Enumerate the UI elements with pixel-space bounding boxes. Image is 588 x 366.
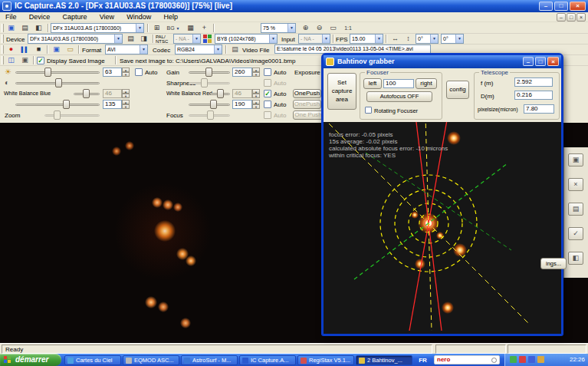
taskbar-task-eqmod[interactable]: EQMOD ASC... — [123, 355, 179, 365]
device-select-combo[interactable]: DFx 31AU03.AS (17800360) ▼ — [28, 34, 123, 44]
rotating-foc-checkbox[interactable] — [365, 107, 372, 114]
tray-icon-yellow[interactable] — [537, 356, 544, 363]
child-close-button[interactable]: × — [577, 13, 586, 21]
brightness-slider[interactable] — [15, 68, 100, 77]
snapshot-icon[interactable]: ▣ — [18, 55, 31, 65]
zoom-actual-icon[interactable]: 1:1 — [340, 23, 356, 33]
focuser-left-button[interactable]: left — [363, 78, 382, 89]
taskbar-task-iccapture[interactable]: IC Capture.A... — [239, 355, 296, 365]
taskbar-task-cartes[interactable]: Cartes du Ciel — [64, 355, 121, 365]
gain-slider[interactable] — [189, 68, 230, 77]
record-icon[interactable]: ● — [5, 45, 18, 54]
side-toolbar-button[interactable]: ▤ — [568, 203, 583, 216]
codec-combo[interactable]: RGB24 ▼ — [175, 45, 222, 54]
hue-slider[interactable] — [15, 100, 100, 110]
spin-down-icon[interactable]: ▼ — [122, 72, 130, 77]
device-properties-icon[interactable]: ▤ — [125, 34, 136, 44]
hue-value[interactable]: 135 — [103, 100, 122, 109]
side-toolbar-button[interactable]: ▣ — [568, 153, 583, 167]
contrast-slider[interactable] — [15, 78, 100, 88]
menu-window[interactable]: Window — [121, 12, 156, 22]
maximize-button[interactable]: □ — [554, 2, 568, 11]
brightness-auto-checkbox[interactable] — [135, 68, 143, 76]
taskbar-task-bahtinov[interactable]: 2 Bahtinov_... — [356, 355, 412, 365]
chevron-down-icon[interactable]: ▼ — [375, 35, 383, 43]
flip-horizontal-icon[interactable]: ↔ — [389, 34, 402, 44]
format-combo[interactable]: AVI ▼ — [105, 45, 148, 54]
zoom-out-icon[interactable]: ⊖ — [313, 23, 326, 33]
taskbar-task-registax[interactable]: RegiStax V5.1... — [297, 355, 354, 365]
folder-icon[interactable]: ▭ — [64, 45, 77, 54]
diameter-field[interactable]: 0.216 — [514, 91, 553, 100]
crosshair-icon[interactable]: + — [198, 23, 211, 33]
chevron-down-icon[interactable]: ▼ — [287, 24, 295, 32]
menu-capture[interactable]: Capture — [57, 12, 93, 22]
saturation-slider[interactable] — [189, 100, 230, 110]
device-settings-icon[interactable]: ◨ — [138, 34, 149, 44]
zoom-combo[interactable]: 75 % ▼ — [261, 23, 296, 33]
tray-icon-blue[interactable] — [528, 356, 535, 363]
menu-help[interactable]: Help — [159, 12, 184, 22]
bahtinov-minimize-button[interactable]: – — [523, 57, 534, 66]
gain-value[interactable]: 260 — [232, 68, 252, 77]
minimize-button[interactable]: – — [539, 2, 553, 11]
flip-vertical-icon[interactable]: ↕ — [402, 34, 415, 44]
histogram-icon[interactable]: ▤ — [18, 23, 31, 33]
menu-device[interactable]: Device — [24, 12, 56, 22]
brightness-spinner[interactable]: ▲▼ — [122, 68, 130, 77]
pause-icon[interactable]: ▌▌ — [18, 45, 31, 54]
device-combo[interactable]: DFx 31AU03.AS (17800360) ▼ — [51, 23, 144, 33]
chevron-down-icon[interactable]: ▼ — [455, 35, 463, 43]
bahtinov-close-button[interactable]: × — [547, 57, 559, 66]
tray-icon-red[interactable] — [519, 356, 526, 363]
wb-red-slider[interactable] — [210, 89, 230, 99]
side-toolbar-button[interactable]: ◧ — [568, 252, 583, 265]
set-capture-area-button[interactable]: Set capture area — [327, 73, 356, 110]
gain-auto-checkbox[interactable] — [264, 68, 271, 76]
bg-correction-button[interactable]: BG ▼ — [164, 23, 182, 33]
saturation-spinner[interactable]: ▲▼ — [252, 100, 260, 109]
snapshot-icon[interactable]: ▣ — [50, 45, 63, 54]
rotation-combo-1[interactable]: 0° ▼ — [416, 34, 439, 44]
overlay-icon[interactable]: ▦ — [184, 23, 197, 33]
close-button[interactable]: × — [570, 2, 586, 11]
child-restore-button[interactable]: □ — [567, 13, 576, 21]
menu-file[interactable]: File — [0, 12, 22, 22]
focal-length-field[interactable]: 2.592 — [514, 77, 553, 87]
side-toolbar-button[interactable]: ✓ — [568, 227, 583, 240]
spin-down-icon[interactable]: ▼ — [252, 72, 260, 77]
rotation-combo-2[interactable]: 0° ▼ — [441, 34, 464, 44]
wb-onepush-button[interactable]: OnePush — [293, 89, 321, 98]
pixelsize-field[interactable]: 7.80 — [524, 104, 554, 114]
chevron-down-icon[interactable]: ▼ — [140, 45, 147, 54]
grid-icon[interactable]: ⊞ — [150, 23, 163, 33]
video-format-combo[interactable]: BY8 (1024x768) ▼ — [215, 34, 278, 44]
autofocus-button[interactable]: Autofocus OFF — [366, 91, 432, 102]
display-saved-checkbox[interactable]: ✓ — [37, 57, 44, 64]
chevron-down-icon[interactable]: ▼ — [214, 45, 222, 54]
wb-auto-checkbox[interactable]: ✓ — [264, 90, 271, 97]
chevron-down-icon[interactable]: ▼ — [430, 35, 438, 43]
taskbar-task-astrosurf[interactable]: AstroSurf - M... — [181, 355, 238, 365]
properties-icon[interactable]: ◧ — [32, 23, 45, 33]
child-minimize-button[interactable]: – — [557, 13, 566, 21]
hue-spinner[interactable]: ▲▼ — [122, 100, 130, 109]
config-button[interactable]: config — [446, 81, 469, 99]
spin-down-icon[interactable]: ▼ — [252, 104, 260, 109]
wb-blue-slider[interactable] — [74, 89, 100, 99]
color-format-icon[interactable] — [203, 35, 212, 44]
brightness-value[interactable]: 63 — [103, 68, 122, 77]
stop-icon[interactable]: ■ — [32, 45, 45, 54]
language-indicator[interactable]: FR — [416, 355, 429, 365]
chevron-down-icon[interactable]: ▼ — [114, 35, 122, 43]
device-icon[interactable]: ▣ — [5, 23, 18, 33]
tray-icon-green[interactable] — [510, 356, 517, 363]
chevron-down-icon[interactable]: ▼ — [136, 24, 143, 32]
saturation-value[interactable]: 190 — [232, 100, 252, 109]
gain-spinner[interactable]: ▲▼ — [252, 68, 260, 77]
zoom-fit-icon[interactable]: ▭ — [327, 23, 340, 33]
menu-view[interactable]: View — [94, 12, 120, 22]
side-toolbar-button[interactable]: × — [568, 178, 583, 191]
saturation-auto-checkbox[interactable] — [264, 101, 271, 108]
bahtinov-maximize-button[interactable]: □ — [535, 57, 546, 66]
